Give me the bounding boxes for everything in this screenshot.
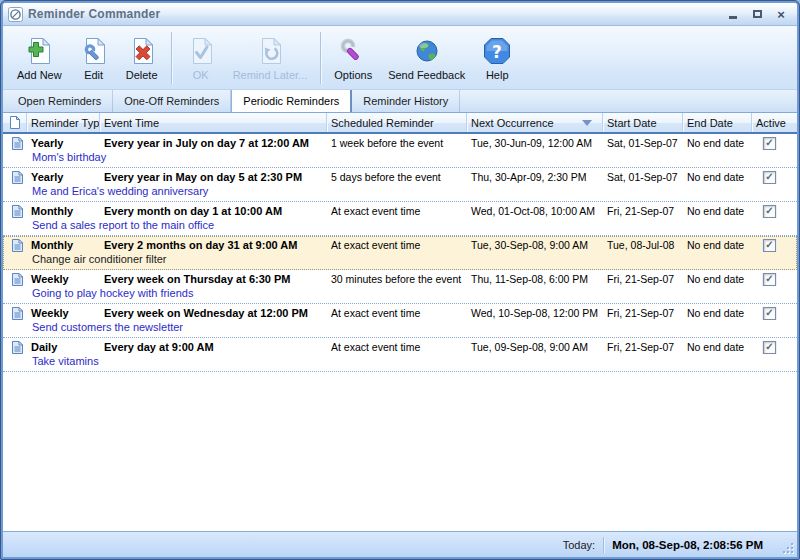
active-cell: ✓ bbox=[752, 239, 797, 252]
help-button[interactable]: ? Help bbox=[473, 30, 521, 86]
table-row[interactable]: Daily Every day at 9:00 AM At exact even… bbox=[3, 338, 797, 372]
maximize-icon bbox=[753, 10, 762, 18]
tab-open-reminders[interactable]: Open Reminders bbox=[7, 90, 113, 112]
active-checkbox[interactable]: ✓ bbox=[763, 307, 776, 320]
active-cell: ✓ bbox=[752, 205, 797, 218]
reminder-doc-icon bbox=[3, 307, 27, 320]
title-bar[interactable]: Reminder Commander × bbox=[3, 3, 797, 26]
add-new-button[interactable]: Add New bbox=[9, 30, 70, 86]
resize-grip[interactable] bbox=[781, 541, 794, 554]
reminder-type-cell: Monthly bbox=[27, 205, 100, 217]
table-row[interactable]: Weekly Every week on Wednesday at 12:00 … bbox=[3, 304, 797, 338]
delete-button[interactable]: Delete bbox=[118, 30, 166, 86]
reminder-doc-icon bbox=[3, 137, 27, 150]
active-cell: ✓ bbox=[752, 137, 797, 150]
next-occurrence-cell: Thu, 30-Apr-09, 2:30 PM bbox=[467, 171, 603, 183]
scheduled-reminder-cell: At exact event time bbox=[327, 307, 467, 319]
event-time-cell: Every week on Wednesday at 12:00 PM bbox=[100, 307, 327, 319]
event-time-cell: Every week on Thursday at 6:30 PM bbox=[100, 273, 327, 285]
svg-text:?: ? bbox=[492, 42, 502, 62]
active-cell: ✓ bbox=[752, 171, 797, 184]
header-active[interactable]: Active bbox=[752, 113, 797, 132]
close-button[interactable]: × bbox=[773, 7, 789, 22]
document-edit-icon bbox=[78, 35, 110, 67]
scheduled-reminder-cell: At exact event time bbox=[327, 205, 467, 217]
minimize-button[interactable] bbox=[725, 7, 741, 22]
close-icon: × bbox=[777, 8, 785, 21]
today-label: Today: bbox=[563, 539, 595, 551]
scheduled-reminder-cell: 5 days before the event bbox=[327, 171, 467, 183]
header-event-time[interactable]: Event Time bbox=[100, 113, 327, 132]
start-date-cell: Sat, 01-Sep-07 bbox=[603, 137, 683, 149]
options-button[interactable]: Options bbox=[326, 30, 380, 86]
scheduled-reminder-cell: 30 minutes before the event bbox=[327, 273, 467, 285]
edit-button[interactable]: Edit bbox=[70, 30, 118, 86]
tab-label: Periodic Reminders bbox=[243, 95, 339, 107]
status-separator bbox=[603, 537, 604, 553]
tab-reminder-history[interactable]: Reminder History bbox=[352, 90, 460, 112]
reminder-description: Send a sales report to the main office bbox=[3, 219, 797, 234]
tab-one-off-reminders[interactable]: One-Off Reminders bbox=[113, 90, 231, 112]
header-next-occurrence[interactable]: Next Occurrence bbox=[467, 113, 603, 132]
table-row[interactable]: Yearly Every year in July on day 7 at 12… bbox=[3, 134, 797, 168]
wrench-icon bbox=[337, 35, 369, 67]
active-checkbox[interactable]: ✓ bbox=[763, 341, 776, 354]
toolbar-separator bbox=[320, 32, 321, 84]
remind-later-label: Remind Later... bbox=[233, 69, 308, 81]
header-icon-column[interactable] bbox=[3, 113, 27, 132]
document-remind-later-icon bbox=[254, 35, 286, 67]
reminder-description: Going to play hockey with friends bbox=[3, 287, 797, 302]
status-bar: Today: Mon, 08-Sep-08, 2:08:56 PM bbox=[3, 531, 797, 557]
event-time-cell: Every year in May on day 5 at 2:30 PM bbox=[100, 171, 327, 183]
active-checkbox[interactable]: ✓ bbox=[763, 273, 776, 286]
help-label: Help bbox=[486, 69, 509, 81]
start-date-cell: Fri, 21-Sep-07 bbox=[603, 273, 683, 285]
table-body: Yearly Every year in July on day 7 at 12… bbox=[3, 134, 797, 531]
active-checkbox[interactable]: ✓ bbox=[763, 205, 776, 218]
reminder-doc-icon bbox=[3, 171, 27, 184]
header-scheduled-reminder[interactable]: Scheduled Reminder bbox=[327, 113, 467, 132]
scheduled-reminder-cell: At exact event time bbox=[327, 239, 467, 251]
current-datetime: Mon, 08-Sep-08, 2:08:56 PM bbox=[612, 539, 763, 551]
active-cell: ✓ bbox=[752, 273, 797, 286]
toolbar-separator bbox=[171, 32, 172, 84]
header-start-date[interactable]: Start Date bbox=[603, 113, 683, 132]
reminder-type-cell: Weekly bbox=[27, 273, 100, 285]
reminder-doc-icon bbox=[3, 273, 27, 286]
reminder-description: Send customers the newsletter bbox=[3, 321, 797, 336]
reminder-type-cell: Yearly bbox=[27, 137, 100, 149]
end-date-cell: No end date bbox=[683, 239, 752, 251]
maximize-button[interactable] bbox=[749, 7, 765, 22]
table-row[interactable]: Monthly Every 2 months on day 31 at 9:00… bbox=[3, 236, 797, 270]
reminder-type-cell: Monthly bbox=[27, 239, 100, 251]
table-header: Reminder Type Event Time Scheduled Remin… bbox=[3, 113, 797, 134]
reminder-type-cell: Daily bbox=[27, 341, 100, 353]
tab-periodic-reminders[interactable]: Periodic Reminders bbox=[231, 90, 352, 112]
active-checkbox[interactable]: ✓ bbox=[763, 171, 776, 184]
end-date-cell: No end date bbox=[683, 307, 752, 319]
event-time-cell: Every day at 9:00 AM bbox=[100, 341, 327, 353]
end-date-cell: No end date bbox=[683, 171, 752, 183]
document-column-icon bbox=[10, 116, 20, 129]
next-occurrence-cell: Tue, 30-Jun-09, 12:00 AM bbox=[467, 137, 603, 149]
next-occurrence-cell: Tue, 30-Sep-08, 9:00 AM bbox=[467, 239, 603, 251]
active-cell: ✓ bbox=[752, 307, 797, 320]
sort-descending-icon bbox=[582, 120, 592, 126]
add-new-label: Add New bbox=[17, 69, 62, 81]
table-row[interactable]: Yearly Every year in May on day 5 at 2:3… bbox=[3, 168, 797, 202]
table-row[interactable]: Monthly Every month on day 1 at 10:00 AM… bbox=[3, 202, 797, 236]
reminder-type-cell: Yearly bbox=[27, 171, 100, 183]
document-add-icon bbox=[23, 35, 55, 67]
header-end-date[interactable]: End Date bbox=[683, 113, 752, 132]
table-row[interactable]: Weekly Every week on Thursday at 6:30 PM… bbox=[3, 270, 797, 304]
event-time-cell: Every 2 months on day 31 at 9:00 AM bbox=[100, 239, 327, 251]
end-date-cell: No end date bbox=[683, 341, 752, 353]
reminder-description: Me and Erica's wedding anniversary bbox=[3, 185, 797, 200]
toolbar: Add New Edit Delete bbox=[3, 26, 797, 90]
active-checkbox[interactable]: ✓ bbox=[763, 239, 776, 252]
active-cell: ✓ bbox=[752, 341, 797, 354]
app-icon bbox=[8, 7, 23, 22]
send-feedback-button[interactable]: Send Feedback bbox=[380, 30, 473, 86]
active-checkbox[interactable]: ✓ bbox=[763, 137, 776, 150]
header-reminder-type[interactable]: Reminder Type bbox=[27, 113, 100, 132]
